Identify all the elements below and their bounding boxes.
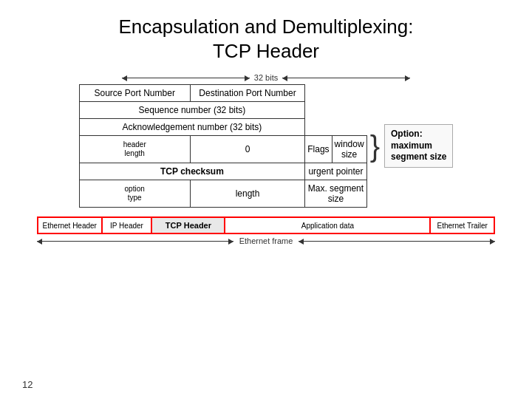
ethernet-frame-label-row: Ethernet frame bbox=[37, 236, 495, 245]
option-type-label: option type bbox=[79, 180, 190, 208]
tcp-header-cell: TCP Header bbox=[151, 217, 225, 233]
max-segment-size-label: Max. segment size bbox=[305, 180, 366, 208]
sequence-number-label: Sequence number (32 bits) bbox=[79, 102, 305, 119]
dest-port-label: Destination Port Number bbox=[190, 85, 304, 102]
bits-label: 32 bits bbox=[250, 73, 282, 82]
source-port-label: Source Port Number bbox=[79, 85, 190, 102]
header-length-label: header length bbox=[79, 136, 190, 163]
ack-number-label: Acknowledgement number (32 bits) bbox=[79, 119, 305, 136]
option-brace-area: } Option: maximum segment size bbox=[370, 124, 454, 168]
flags-label: Flags bbox=[305, 136, 332, 163]
slide-number: 12 bbox=[22, 379, 33, 390]
length-label: length bbox=[190, 180, 304, 208]
zero-field: 0 bbox=[190, 136, 304, 163]
bits-label-row: 32 bits bbox=[122, 73, 410, 82]
ethernet-row: Ethernet Header IP Header TCP Header App… bbox=[37, 216, 495, 234]
slide-title: Encapsulation and Demultiplexing: TCP He… bbox=[22, 15, 510, 63]
brace-icon: } bbox=[370, 132, 380, 161]
tcp-header-table: Source Port Number Destination Port Numb… bbox=[79, 84, 367, 208]
ip-header-cell: IP Header bbox=[102, 217, 152, 233]
ethernet-frame-label: Ethernet frame bbox=[233, 236, 299, 245]
ethernet-frame-section: Ethernet Header IP Header TCP Header App… bbox=[37, 216, 495, 245]
urgent-pointer-label: urgent pointer bbox=[305, 163, 366, 180]
window-size-label: window size bbox=[332, 136, 366, 163]
ethernet-trailer-cell: Ethernet Trailer bbox=[430, 217, 494, 233]
option-box: Option: maximum segment size bbox=[384, 124, 453, 168]
ethernet-header-cell: Ethernet Header bbox=[38, 217, 102, 233]
tcp-checksum-label: TCP checksum bbox=[79, 163, 305, 180]
app-data-cell: Application data bbox=[225, 217, 430, 233]
